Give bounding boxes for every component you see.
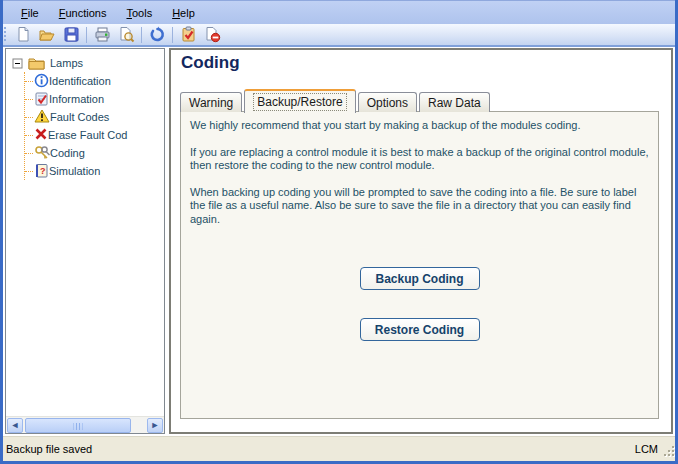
content-area: Lamps Identification Information bbox=[3, 47, 675, 436]
menu-tools[interactable]: Tools bbox=[117, 2, 161, 24]
backup-restore-tab-panel: We highly recommend that you start by ma… bbox=[180, 111, 659, 419]
warning-icon bbox=[34, 109, 50, 125]
scroll-left-arrow-icon[interactable]: ◄ bbox=[7, 418, 23, 433]
block-page-icon bbox=[204, 26, 221, 43]
stop-session-button[interactable] bbox=[200, 25, 224, 45]
tree-node-fault-codes[interactable]: Fault Codes bbox=[25, 108, 164, 126]
tab-raw-data[interactable]: Raw Data bbox=[419, 92, 490, 112]
tree-node-erase-fault-codes[interactable]: Erase Fault Cod bbox=[25, 126, 164, 144]
tree-horizontal-scrollbar[interactable]: ◄ ► bbox=[6, 416, 164, 433]
tab-warning[interactable]: Warning bbox=[180, 92, 242, 112]
tree-node-simulation[interactable]: ? Simulation bbox=[25, 162, 164, 180]
save-icon bbox=[63, 26, 80, 43]
tree-node-label[interactable]: Identification bbox=[49, 75, 111, 87]
toolbar-separator bbox=[172, 27, 173, 43]
collapse-toggle-icon[interactable] bbox=[12, 58, 23, 69]
app-window: File Functions Tools Help bbox=[0, 0, 678, 464]
replace-module-text: If you are replacing a control module it… bbox=[190, 146, 649, 173]
save-button[interactable] bbox=[59, 25, 83, 45]
menu-functions[interactable]: Functions bbox=[50, 2, 116, 24]
open-file-button[interactable] bbox=[35, 25, 59, 45]
tree-children: Identification Information Fault Codes bbox=[24, 72, 164, 180]
toolbar-grip[interactable] bbox=[3, 27, 7, 43]
menu-help[interactable]: Help bbox=[163, 2, 204, 24]
keys-icon bbox=[34, 145, 50, 162]
scrollbar-thumb[interactable] bbox=[25, 418, 131, 433]
info-icon bbox=[34, 73, 49, 90]
simulation-icon: ? bbox=[34, 163, 49, 180]
tab-label: Options bbox=[367, 96, 408, 110]
action-buttons: Backup Coding Restore Coding bbox=[190, 267, 649, 341]
new-document-icon bbox=[15, 26, 32, 43]
tree-node-label[interactable]: Information bbox=[49, 93, 104, 105]
svg-text:?: ? bbox=[40, 166, 46, 176]
tab-strip: Warning Backup/Restore Options Raw Data bbox=[180, 88, 492, 112]
tree-node-identification[interactable]: Identification bbox=[25, 72, 164, 90]
module-tree-panel: Lamps Identification Information bbox=[5, 48, 165, 434]
menu-bar: File Functions Tools Help bbox=[0, 0, 678, 24]
tree-node-lamps[interactable]: Lamps bbox=[12, 54, 164, 72]
toolbar-separator bbox=[86, 27, 87, 43]
toolbar-separator bbox=[141, 27, 142, 43]
main-panel: Coding Warning Backup/Restore Options Ra… bbox=[169, 48, 673, 434]
backup-coding-button[interactable]: Backup Coding bbox=[360, 267, 480, 290]
open-folder-icon bbox=[38, 26, 56, 43]
status-message: Backup file saved bbox=[6, 443, 635, 455]
module-tree: Lamps Identification Information bbox=[6, 49, 164, 180]
resize-grip-icon[interactable] bbox=[662, 444, 674, 456]
tab-backup-restore[interactable]: Backup/Restore bbox=[244, 89, 355, 113]
toolbar bbox=[0, 24, 678, 47]
scroll-right-arrow-icon[interactable]: ► bbox=[147, 418, 163, 433]
module-name-label: LCM bbox=[635, 443, 658, 455]
tab-label: Raw Data bbox=[428, 96, 481, 110]
refresh-button[interactable] bbox=[145, 25, 169, 45]
tab-options[interactable]: Options bbox=[358, 92, 417, 112]
backup-instructions-text: When backing up coding you will be promp… bbox=[190, 186, 649, 227]
restore-coding-button[interactable]: Restore Coding bbox=[360, 318, 480, 341]
tab-label: Backup/Restore bbox=[254, 94, 345, 110]
refresh-icon bbox=[149, 26, 166, 43]
folder-icon bbox=[28, 56, 45, 70]
print-preview-button[interactable] bbox=[114, 25, 138, 45]
tree-node-label[interactable]: Simulation bbox=[49, 165, 100, 177]
tree-node-coding[interactable]: Coding bbox=[25, 144, 164, 162]
tab-label: Warning bbox=[189, 96, 233, 110]
note-check-icon bbox=[34, 91, 49, 108]
printer-icon bbox=[94, 26, 111, 43]
verify-coding-button[interactable] bbox=[176, 25, 200, 45]
erase-x-icon bbox=[34, 127, 48, 143]
tree-node-label[interactable]: Erase Fault Cod bbox=[48, 129, 127, 141]
verify-clipboard-icon bbox=[180, 26, 197, 43]
page-title: Coding bbox=[181, 53, 240, 73]
print-preview-icon bbox=[118, 26, 135, 43]
new-document-button[interactable] bbox=[11, 25, 35, 45]
print-button[interactable] bbox=[90, 25, 114, 45]
recommendation-text: We highly recommend that you start by ma… bbox=[190, 119, 649, 133]
tree-node-label[interactable]: Fault Codes bbox=[50, 111, 109, 123]
tree-node-label[interactable]: Lamps bbox=[50, 57, 83, 69]
tree-node-label[interactable]: Coding bbox=[50, 147, 85, 159]
tree-node-information[interactable]: Information bbox=[25, 90, 164, 108]
status-bar: Backup file saved LCM bbox=[0, 436, 678, 464]
menu-file[interactable]: File bbox=[12, 2, 48, 24]
